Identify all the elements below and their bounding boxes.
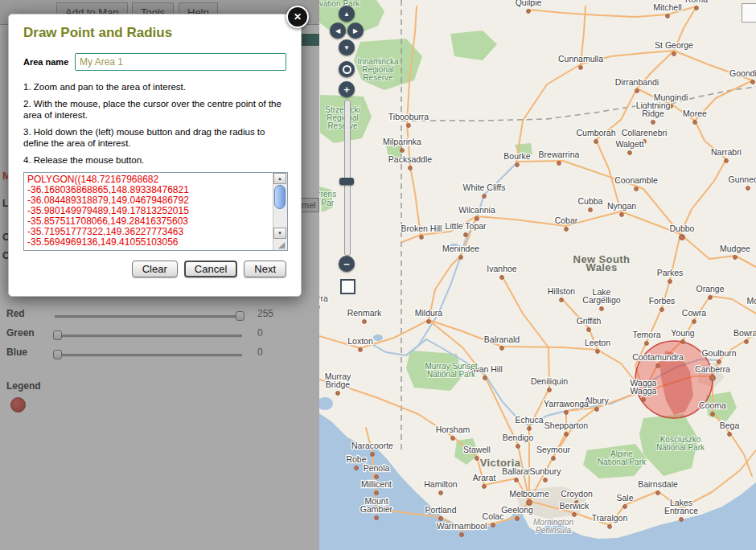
- town-dot: [725, 159, 729, 163]
- town-label: LakesEntrance: [664, 498, 698, 515]
- park-label: InnaminckaRegionalReserve: [357, 57, 399, 82]
- scroll-down-icon: ▼: [277, 231, 282, 236]
- town-label: Mudgee: [720, 244, 750, 253]
- town-label: Renmark: [347, 308, 382, 318]
- town-label: Hillston: [548, 286, 576, 296]
- town-label: White Cliffs: [463, 183, 506, 192]
- town-label: Cunnamulla: [558, 54, 603, 64]
- scroll-thumb[interactable]: [274, 185, 286, 209]
- town-label: Seymour: [536, 445, 571, 454]
- next-button[interactable]: Next: [244, 261, 286, 277]
- town-label: Sale: [616, 493, 633, 503]
- town-label: Ivanhoe: [487, 264, 517, 273]
- map-tiles[interactable]: QuilpieMitchellRomaCunnamullaSt GeorgeGo…: [319, 0, 756, 550]
- area-name-label: Area name: [23, 57, 75, 67]
- cancel-button[interactable]: Cancel: [184, 261, 237, 277]
- town-dot: [375, 491, 379, 495]
- road: [596, 88, 637, 211]
- pan-up-button[interactable]: ▲: [339, 6, 355, 22]
- town-label: Cumborah: [576, 128, 615, 138]
- town-label: Collarenebri: [622, 128, 668, 138]
- town-dot: [527, 10, 531, 14]
- map-canvas[interactable]: QuilpieMitchellRomaCunnamullaSt GeorgeGo…: [319, 0, 756, 550]
- town-label: Coonamble: [614, 175, 658, 185]
- town-label: Colac: [483, 511, 504, 521]
- town-label: Geelong: [501, 505, 533, 515]
- town-dot: [500, 276, 504, 280]
- town-dot: [427, 320, 431, 324]
- state-label: New SouthWales: [573, 253, 631, 273]
- town-dot: [635, 187, 639, 191]
- town-dot: [710, 376, 716, 381]
- area-name-input[interactable]: [75, 53, 286, 71]
- town-label: Temora: [632, 330, 660, 339]
- town-label: Naracoorte: [351, 441, 393, 450]
- town-dot: [451, 437, 455, 441]
- scroll-up-button[interactable]: ▲: [273, 173, 286, 184]
- town-label: MountGambier: [360, 496, 393, 514]
- town-label: Mildura: [415, 308, 443, 318]
- polygon-wkt-text: POLYGON((148.72167968682 -36.16803686886…: [27, 174, 271, 248]
- town-label: Broken Hill: [401, 224, 442, 233]
- overview-map-toggle[interactable]: [340, 279, 355, 294]
- zoom-slider-handle[interactable]: [339, 178, 354, 185]
- zoom-out-button[interactable]: −: [339, 256, 355, 272]
- road: [319, 320, 643, 392]
- zoom-in-button[interactable]: +: [339, 81, 355, 97]
- town-label: Loxton: [347, 336, 373, 346]
- town-dot: [401, 149, 405, 153]
- instructions: 1. Zoom and pan to the area of interest.…: [23, 81, 286, 166]
- map-type-control[interactable]: [742, 3, 756, 23]
- town-dot: [439, 517, 443, 521]
- town-dot: [459, 256, 463, 260]
- town-dot: [728, 433, 732, 437]
- town-label: Brewarrina: [539, 150, 580, 159]
- town-dot: [717, 360, 721, 364]
- textarea-scrollbar[interactable]: ▲ ▼ ◢: [273, 173, 287, 250]
- town-label: Roma: [685, 0, 708, 4]
- town-dot: [475, 217, 479, 221]
- town-dot: [693, 121, 697, 125]
- pan-down-button[interactable]: ▼: [339, 39, 355, 55]
- pan-right-button[interactable]: ▶: [347, 23, 364, 39]
- polygon-wkt-textarea[interactable]: POLYGON((148.72167968682 -36.16803686886…: [23, 172, 288, 251]
- town-dot: [439, 491, 443, 495]
- road: [516, 6, 585, 162]
- town-dot: [516, 445, 520, 449]
- town-label: Millicent: [361, 479, 392, 489]
- town-dot: [560, 298, 564, 302]
- town-dot: [483, 195, 487, 199]
- clear-button[interactable]: Clear: [132, 261, 178, 277]
- park-label: al Par: [319, 199, 335, 207]
- town-label: Bendigo: [503, 433, 534, 442]
- town-dot: [596, 350, 600, 354]
- instruction-step-2: 2. With the mouse, place the cursor over…: [23, 98, 286, 121]
- town-label: Shepparton: [544, 421, 588, 430]
- town-dot: [628, 151, 632, 155]
- resize-grip-icon[interactable]: ◢: [276, 239, 287, 250]
- scroll-down-button[interactable]: ▼: [273, 228, 286, 239]
- park-label: Murray SunsetNational Park: [425, 362, 477, 379]
- park-area: [450, 31, 497, 60]
- town-label: LakeCargelligo: [582, 287, 620, 305]
- town-label: Cowra: [682, 308, 707, 318]
- town-label: Cootamundra: [632, 352, 684, 362]
- recenter-button[interactable]: [339, 61, 355, 77]
- town-dot: [359, 348, 363, 352]
- town-label: Portland: [425, 505, 456, 515]
- arrow-right-icon: ▶: [353, 27, 358, 35]
- town-label: Sunbury: [529, 466, 561, 476]
- town-label: Orange: [696, 284, 724, 293]
- town-dot: [746, 187, 750, 191]
- town-label: Hamilton: [424, 479, 458, 489]
- town-dot: [483, 485, 487, 489]
- town-dot: [595, 408, 599, 412]
- state-label: Victoria: [480, 457, 521, 469]
- pan-left-button[interactable]: ◀: [330, 23, 346, 39]
- town-dot: [645, 342, 649, 346]
- lake: [373, 335, 383, 341]
- town-dot: [375, 516, 379, 520]
- town-label: Goulburn: [701, 348, 736, 358]
- town-label: Young: [671, 328, 695, 338]
- close-button[interactable]: ✕: [286, 6, 309, 28]
